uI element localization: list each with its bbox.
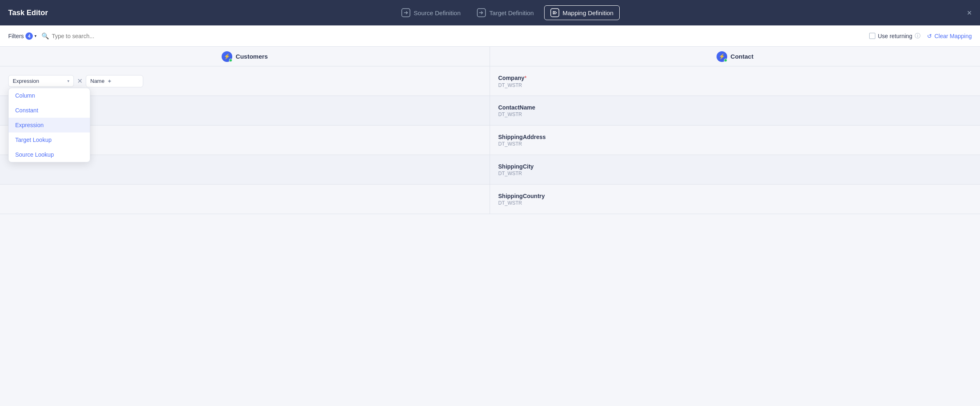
clear-mapping-label: Clear Mapping bbox=[934, 33, 972, 39]
target-field-type-row3: DT_WSTR bbox=[498, 141, 972, 147]
target-active-dot bbox=[724, 59, 727, 62]
target-cell-row5: ShippingCountry DT_WSTR bbox=[490, 185, 980, 214]
target-field-type-row1: DT_WSTR bbox=[498, 82, 972, 88]
svg-rect-2 bbox=[551, 9, 559, 17]
dropdown-item-expression[interactable]: Expression bbox=[9, 118, 90, 132]
filters-count-badge: 4 bbox=[25, 32, 33, 40]
target-field-type-row2: DT_WSTR bbox=[498, 112, 972, 117]
toolbar: Filters 4 ▾ 🔍 Use returning ⓘ ↺ Clear Ma… bbox=[0, 25, 980, 47]
use-returning-label[interactable]: Use returning ⓘ bbox=[869, 32, 920, 40]
target-field-name-row1: Company* bbox=[498, 74, 972, 82]
toolbar-right: Use returning ⓘ ↺ Clear Mapping bbox=[869, 32, 972, 40]
dropdown-item-target-lookup[interactable]: Target Lookup bbox=[9, 132, 90, 147]
clear-mapping-row1-button[interactable]: ✕ bbox=[77, 77, 82, 85]
filters-button[interactable]: Filters 4 ▾ bbox=[8, 32, 37, 40]
source-column-name: Customers bbox=[236, 53, 268, 60]
required-star-row1: * bbox=[524, 75, 527, 81]
tab-source-definition-label: Source Definition bbox=[414, 9, 460, 16]
app-title: Task Editor bbox=[8, 9, 48, 17]
target-field-type-row4: DT_WSTR bbox=[498, 171, 972, 176]
target-field-name-row4: ShippingCity bbox=[498, 163, 972, 170]
source-value-text: Name bbox=[90, 78, 105, 84]
header: Task Editor Source Definition Target Def… bbox=[0, 0, 980, 25]
table-row: ShippingCountry DT_WSTR bbox=[0, 185, 980, 214]
source-cell-row5 bbox=[0, 185, 490, 214]
target-field-type-row5: DT_WSTR bbox=[498, 200, 972, 206]
target-column-name: Contact bbox=[730, 53, 753, 60]
dropdown-item-source-lookup[interactable]: Source Lookup bbox=[9, 147, 90, 162]
filters-label: Filters bbox=[8, 33, 24, 39]
search-icon: 🔍 bbox=[41, 32, 49, 40]
mapping-definition-icon bbox=[550, 8, 559, 17]
tab-mapping-definition-label: Mapping Definition bbox=[563, 9, 614, 16]
target-cell-row1: Company* DT_WSTR bbox=[490, 66, 980, 96]
wand-icon[interactable]: ✦ bbox=[107, 78, 112, 84]
source-cell-row1: Expression ▾ Column Constant Expression … bbox=[0, 66, 490, 96]
expression-type-value: Expression bbox=[13, 78, 39, 84]
chevron-down-icon: ▾ bbox=[67, 79, 69, 83]
tab-mapping-definition[interactable]: Mapping Definition bbox=[544, 5, 620, 20]
target-cell-row3: ShippingAddress DT_WSTR bbox=[490, 125, 980, 155]
close-button[interactable]: × bbox=[967, 9, 972, 17]
clear-mapping-button[interactable]: ↺ Clear Mapping bbox=[927, 33, 972, 39]
table-row: ShippingAddress DT_WSTR bbox=[0, 125, 980, 155]
expression-type-select[interactable]: Expression ▾ bbox=[8, 75, 74, 87]
main-content: ⚡ Customers ⚡ Contact Expression ▾ bbox=[0, 47, 980, 406]
target-column-header: ⚡ Contact bbox=[490, 47, 980, 66]
dropdown-item-constant[interactable]: Constant bbox=[9, 103, 90, 118]
use-returning-text: Use returning bbox=[878, 33, 912, 39]
filters-chevron-icon: ▾ bbox=[34, 34, 37, 38]
search-input[interactable] bbox=[52, 33, 864, 39]
mapping-table: Expression ▾ Column Constant Expression … bbox=[0, 66, 980, 406]
source-column-header: ⚡ Customers bbox=[0, 47, 490, 66]
tab-target-definition[interactable]: Target Definition bbox=[471, 5, 540, 20]
use-returning-checkbox[interactable] bbox=[869, 33, 875, 39]
target-field-name-row3: ShippingAddress bbox=[498, 134, 972, 140]
source-definition-icon bbox=[401, 8, 410, 17]
target-field-name-row2: ContactName bbox=[498, 104, 972, 111]
expression-type-dropdown-menu: Column Constant Expression Target Lookup… bbox=[8, 88, 90, 162]
target-icon-wrapper: ⚡ bbox=[717, 51, 727, 62]
refresh-icon: ↺ bbox=[927, 33, 932, 39]
expression-type-wrapper: Expression ▾ Column Constant Expression … bbox=[8, 75, 74, 87]
target-field-name-row5: ShippingCountry bbox=[498, 193, 972, 199]
dropdown-item-column[interactable]: Column bbox=[9, 88, 90, 103]
source-icon-wrapper: ⚡ bbox=[222, 51, 232, 62]
tab-source-definition[interactable]: Source Definition bbox=[395, 5, 467, 20]
header-tabs: Source Definition Target Definition Mapp… bbox=[64, 5, 951, 20]
source-value-input-row1[interactable]: Name ✦ bbox=[86, 75, 143, 87]
table-row: ShippingCity DT_WSTR bbox=[0, 155, 980, 185]
search-bar: 🔍 bbox=[41, 32, 864, 40]
source-active-dot bbox=[229, 59, 232, 62]
column-headers: ⚡ Customers ⚡ Contact bbox=[0, 47, 980, 66]
target-cell-row4: ShippingCity DT_WSTR bbox=[490, 155, 980, 184]
table-row: ContactName DT_WSTR bbox=[0, 96, 980, 125]
tab-target-definition-label: Target Definition bbox=[489, 9, 534, 16]
target-cell-row2: ContactName DT_WSTR bbox=[490, 96, 980, 125]
table-row: Expression ▾ Column Constant Expression … bbox=[0, 66, 980, 96]
info-icon[interactable]: ⓘ bbox=[915, 32, 920, 40]
target-definition-icon bbox=[477, 8, 486, 17]
